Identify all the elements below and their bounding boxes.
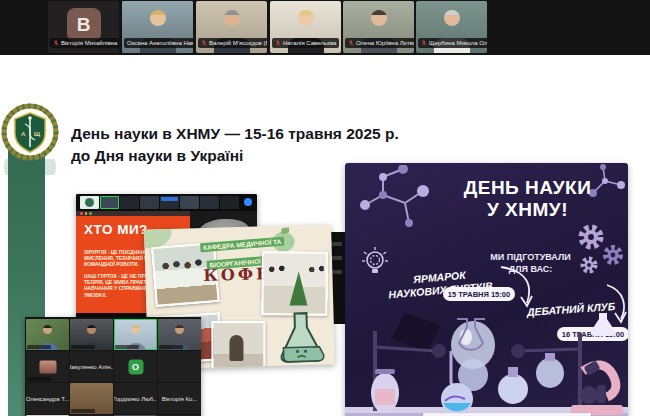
participant-name: Валерій М'ясоєдов (Р... (209, 39, 267, 47)
participant-name: Оксана Анатоліївна Нако... (127, 39, 193, 47)
minimize-dot-icon (85, 212, 88, 215)
mini-tile (160, 196, 179, 209)
muted-mic-icon (421, 39, 427, 47)
close-dot-icon (80, 212, 83, 215)
gallery-empty-tile (158, 351, 201, 382)
participant-name: Вікторія Михайлівна З... (61, 39, 119, 47)
gallery-video-tile (158, 319, 201, 350)
participant-name: Наталія Савельєва (283, 39, 336, 47)
participant-strip: B Вікторія Михайлівна З... Оксана Анатол… (0, 0, 650, 55)
avatar-initial: B (67, 8, 101, 42)
gallery-letter-tile: O (114, 351, 157, 382)
slide-title-line1: День науки в ХНМУ — 15-16 травня 2025 р. (71, 123, 399, 145)
gallery-grid: Вакуленко Алін... O Олександра Т... Горд… (26, 319, 201, 416)
participant-nameplate: Наталія Савельєва (272, 38, 339, 48)
chemical-tree (289, 271, 307, 305)
lightbulb-icon (361, 247, 389, 279)
christmas-tree-group-photo (261, 251, 327, 315)
crest-reflection (1, 159, 59, 175)
meeting-window: B Вікторія Михайлівна З... Оксана Анатол… (0, 0, 650, 416)
participant-nameplate: Оксана Анатоліївна Нако... (124, 38, 193, 48)
participant-nameplate: Олена Юріївна Литви... (345, 38, 414, 48)
mini-participant-strip (76, 194, 257, 211)
gallery-video-tile-speaking (114, 319, 157, 350)
gallery-video-tile (26, 319, 69, 350)
slide-title: День науки в ХНМУ — 15-16 травня 2025 р.… (71, 123, 399, 167)
mini-tile (220, 196, 239, 209)
gallery-name-tile: Гордієнко Люб... (114, 383, 157, 414)
gallery-video-tile (70, 383, 113, 414)
surgery-slide-heading: ХТО МИ? (84, 222, 148, 237)
mini-tile (200, 196, 219, 209)
participant-nameplate: Вікторія Михайлівна З... (50, 38, 119, 48)
gallery-name-tile: Вакуленко Алін... (70, 351, 113, 382)
gallery-name-tile: Олександра Т... (26, 383, 69, 414)
mini-participants-icon (244, 198, 252, 206)
participant-nameplate: Валерій М'ясоєдов (Р... (198, 38, 267, 48)
participant-name: Щербина Микола Ол... (429, 39, 487, 47)
muted-mic-icon (348, 39, 354, 47)
chemistry-lab-illustration (345, 311, 628, 416)
embedded-screenshot-gallery: Вакуленко Алін... O Олександра Т... Горд… (25, 317, 201, 416)
gallery-video-tile (70, 319, 113, 350)
svg-text:Щ: Щ (34, 131, 41, 137)
department-banner-line1: КАФЕДРА МЕДИЧНОЇ ТА (200, 237, 285, 253)
muted-mic-icon (53, 39, 59, 47)
gallery-avatar-tile (26, 351, 69, 382)
mini-tile (120, 196, 139, 209)
mini-window-chrome (76, 211, 190, 216)
mini-tile (180, 196, 199, 209)
participant-tile-nataliia[interactable]: Наталія Савельєва (270, 1, 341, 53)
participant-tile-viktoriia[interactable]: B Вікторія Михайлівна З... (48, 1, 119, 53)
participant-name: Олена Юріївна Литви... (356, 39, 414, 47)
khnmu-crest-logo: А Щ (1, 102, 59, 162)
maximize-dot-icon (89, 212, 92, 215)
participant-nameplate: Щербина Микола Ол... (418, 38, 487, 48)
participant-tile-shcherbyna[interactable]: Щербина Микола Ол... (416, 1, 487, 53)
muted-mic-icon (201, 39, 207, 47)
gallery-name-tile: Вікторія Ко... (158, 383, 201, 414)
participant-tile-valerii[interactable]: Валерій М'ясоєдов (Р... (196, 1, 267, 53)
mini-tile-speaking (100, 196, 119, 209)
participant-tile-olena[interactable]: Олена Юріївна Литви... (343, 1, 414, 53)
flask-drawing (272, 309, 329, 365)
event1-date-badge: 15 ТРАВНЯ 15:00 (443, 287, 515, 301)
mini-tile (140, 196, 159, 209)
mini-tile (80, 196, 99, 209)
muted-mic-icon (275, 39, 281, 47)
poster-title: ДЕНЬ НАУКИ У ХНМУ! (445, 177, 610, 221)
participant-tile-oksana[interactable]: Оксана Анатоліївна Нако... (122, 1, 193, 53)
svg-text:А: А (21, 131, 26, 137)
student-photo (211, 321, 265, 370)
science-day-poster: ДЕНЬ НАУКИ У ХНМУ! МИ ПІДГОТУВАЛИ ДЛЯ ВА… (345, 163, 628, 416)
shared-slide: А Щ 32 День науки в ХНМУ — 15-16 травня … (0, 55, 650, 416)
